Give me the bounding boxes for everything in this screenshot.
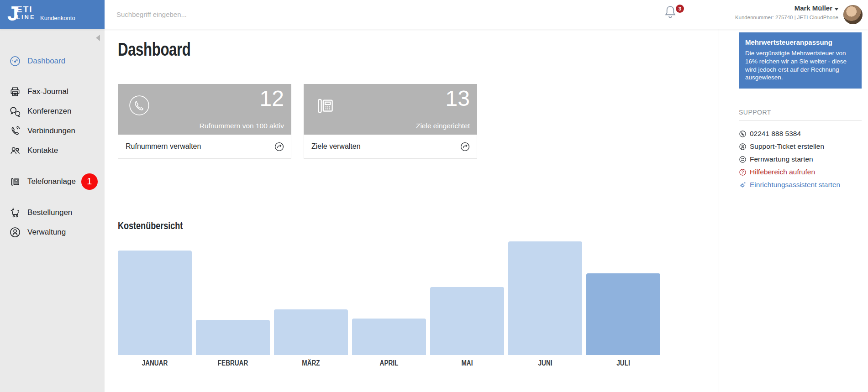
sidebar: Dashboard Fax-Journal Konferenzen (0, 29, 105, 392)
chart-bar (586, 273, 660, 355)
ziele-count: 13 (446, 86, 470, 111)
vat-notice-box: Mehrwertsteueranpassung Die vergünstigte… (739, 32, 862, 89)
support-item-label: Hilfebereich aufrufen (750, 168, 815, 176)
sidebar-item-label: Verbindungen (27, 126, 75, 136)
chart-bar (274, 309, 348, 355)
support-phone-link[interactable]: 02241 888 5384 (739, 127, 861, 140)
notifications-button[interactable]: 3 (663, 5, 684, 25)
card-action-label: Ziele verwalten (311, 142, 460, 151)
ziele-card-header: 13 Ziele eingerichtet (304, 84, 477, 135)
go-arrow-circle-icon (460, 141, 470, 152)
go-arrow-circle-icon (274, 141, 284, 152)
sidebar-item-label: Konferenzen (27, 107, 71, 116)
telefonanlage-alert-badge: 1 (81, 173, 98, 190)
dashboard-gauge-icon (9, 55, 21, 67)
chart-label: JUNI (514, 359, 577, 367)
ziele-card: 13 Ziele eingerichtet Ziele verwalten (304, 84, 477, 159)
people-icon (9, 145, 21, 157)
rufnummern-card-header: 12 Rufnummern von 100 aktiv (118, 84, 291, 135)
remote-arrows-circle-icon (739, 156, 747, 163)
cost-overview-chart: JANUARFEBRUARMÄRZAPRILMAIJUNIJULI (118, 241, 661, 367)
search-input[interactable] (116, 0, 642, 29)
support-item-label: Einrichtungsassistent starten (750, 181, 840, 189)
rufnummern-card: 12 Rufnummern von 100 aktiv Rufnummern v… (118, 84, 291, 159)
sidebar-item-label: Kontakte (27, 146, 58, 155)
sidebar-item-label: Bestellungen (27, 208, 72, 217)
card-action-label: Rufnummern verwalten (126, 142, 274, 151)
support-item-label: Support-Ticket erstellen (750, 142, 824, 151)
right-panel: Mehrwertsteueranpassung Die vergünstigte… (719, 29, 868, 392)
rufnummern-verwalten-link[interactable]: Rufnummern verwalten (118, 135, 291, 159)
desk-phone-icon (9, 176, 21, 188)
fax-printer-icon (9, 86, 21, 98)
bell-icon (663, 5, 678, 20)
ziele-subtitle: Ziele eingerichtet (416, 122, 470, 130)
support-ticket-link[interactable]: Support-Ticket erstellen (739, 140, 861, 153)
sidebar-item-label: Verwaltung (27, 228, 66, 237)
chart-label: FEBRUAR (201, 359, 264, 367)
hilfebereich-link[interactable]: Hilfebereich aufrufen (739, 166, 861, 178)
phone-circle-icon (739, 130, 747, 138)
question-circle-icon (739, 168, 747, 176)
sidebar-item-label: Telefonanlage (27, 177, 76, 186)
page-title: Dashboard (118, 39, 190, 60)
chart-bar (118, 251, 192, 355)
support-divider (739, 120, 862, 120)
support-list: 02241 888 5384 Support-Ticket erstellen … (739, 127, 861, 191)
sidebar-item-verwaltung[interactable]: Verwaltung (0, 222, 105, 242)
rufnummern-subtitle: Rufnummern von 100 aktiv (200, 122, 284, 130)
fernwartung-link[interactable]: Fernwartung starten (739, 153, 861, 166)
sidebar-item-kontakte[interactable]: Kontakte (0, 141, 105, 160)
caret-down-icon (835, 8, 838, 10)
cost-overview-title: Kostenübersicht (118, 220, 183, 232)
logo-text-eti: ETI (16, 5, 36, 14)
sidebar-item-telefonanlage[interactable]: Telefonanlage 1 (0, 172, 105, 191)
vat-notice-title: Mehrwertsteueranpassung (745, 38, 855, 46)
phone-waves-icon (9, 125, 21, 137)
sidebar-item-dashboard[interactable]: Dashboard (0, 51, 105, 71)
sidebar-item-konferenzen[interactable]: Konferenzen (0, 101, 105, 121)
chart-bar (352, 319, 426, 355)
chart-labels: JANUARFEBRUARMÄRZAPRILMAIJUNIJULI (118, 359, 661, 367)
chart-label: JANUAR (123, 359, 186, 367)
sidebar-item-label: Dashboard (27, 57, 65, 66)
sidebar-item-label: Fax-Journal (27, 87, 68, 96)
chart-bar (508, 241, 582, 355)
chat-bubbles-icon (9, 105, 21, 117)
chart-bar (430, 287, 504, 355)
sidebar-item-fax-journal[interactable]: Fax-Journal (0, 82, 105, 101)
handset-circle-icon (128, 94, 151, 117)
user-menu[interactable]: Mark Müller Kundennummer: 275740 | JETI … (735, 4, 838, 20)
chart-label: JULI (592, 359, 655, 367)
logo-text-line: LINE (16, 14, 36, 21)
vat-notice-body: Die vergünstigte Mehrwertsteuer von 16% … (745, 49, 855, 82)
notification-count-badge: 3 (676, 5, 684, 13)
rufnummern-count: 12 (260, 86, 284, 111)
person-circle-icon (739, 143, 747, 151)
support-item-label: Fernwartung starten (750, 155, 813, 163)
top-bar: J ETI LINE Kundenkonto 3 Mark Müller Kun… (0, 0, 868, 29)
person-circle-icon (9, 226, 21, 238)
chart-bars (118, 241, 661, 355)
brand-logo[interactable]: J ETI LINE Kundenkonto (0, 0, 105, 29)
gear-icon (739, 181, 747, 189)
chart-bar (196, 320, 270, 355)
ziele-verwalten-link[interactable]: Ziele verwalten (304, 135, 477, 159)
avatar[interactable] (843, 5, 863, 24)
chart-label: MÄRZ (279, 359, 342, 367)
support-heading: SUPPORT (739, 109, 861, 116)
jeti-line-logo-icon: J ETI LINE (7, 4, 37, 25)
logo-product-label: Kundenkonto (40, 15, 75, 21)
desk-phone-icon (314, 94, 337, 117)
cart-icon (9, 207, 21, 219)
user-meta: Kundennummer: 275740 | JETI CloudPhone (735, 15, 838, 20)
chart-label: APRIL (358, 359, 421, 367)
chart-label: MAI (436, 359, 499, 367)
sidebar-item-bestellungen[interactable]: Bestellungen (0, 203, 105, 222)
support-item-label: 02241 888 5384 (750, 130, 801, 138)
sidebar-item-verbindungen[interactable]: Verbindungen (0, 121, 105, 141)
user-name: Mark Müller (794, 4, 832, 12)
sidebar-collapse-icon[interactable] (96, 35, 100, 41)
stat-cards: 12 Rufnummern von 100 aktiv Rufnummern v… (118, 84, 489, 159)
einrichtungsassistent-link[interactable]: Einrichtungsassistent starten (739, 178, 861, 191)
